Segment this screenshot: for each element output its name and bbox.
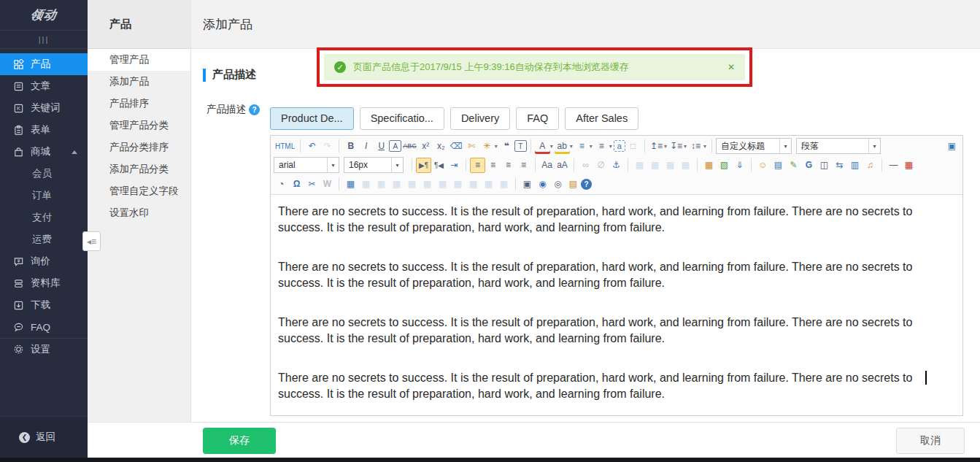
page-break-icon[interactable]: ⇆ bbox=[832, 158, 847, 173]
align-center-icon[interactable]: ≡ bbox=[485, 158, 501, 173]
tab-product-description[interactable]: Product De... bbox=[270, 107, 354, 130]
delete-column-icon[interactable]: ▦ bbox=[435, 177, 450, 192]
editor-content-area[interactable]: There are no secrets to success. It is t… bbox=[271, 195, 962, 418]
merge-right-icon[interactable]: ▦ bbox=[466, 177, 481, 192]
blockquote-icon[interactable]: ❝ bbox=[499, 139, 514, 154]
menu-item-add-product[interactable]: 添加产品 bbox=[88, 71, 190, 93]
subscript-icon[interactable]: x₂ bbox=[433, 139, 449, 154]
sidebar-item-articles[interactable]: 文章 bbox=[0, 75, 88, 97]
sidebar-item-settings[interactable]: 设置 bbox=[0, 338, 88, 360]
sidebar-subitem-members[interactable]: 会员 bbox=[0, 163, 88, 185]
ltr-direction-icon[interactable]: ▶¶ bbox=[416, 158, 431, 173]
custom-title-select[interactable]: 自定义标题 ▾ bbox=[716, 138, 792, 154]
font-color-icon[interactable]: A bbox=[535, 139, 550, 154]
merge-cells-icon[interactable]: ▦ bbox=[450, 177, 466, 192]
dropdown-caret-icon[interactable]: ▾ bbox=[609, 143, 612, 150]
ordered-list-icon[interactable]: ≡ bbox=[574, 139, 590, 154]
dropdown-caret-icon[interactable]: ▾ bbox=[684, 143, 687, 150]
source-code-button[interactable]: HTML bbox=[274, 139, 296, 154]
dropdown-caret-icon[interactable]: ▾ bbox=[570, 143, 573, 150]
sidebar-item-forms[interactable]: 表单 bbox=[0, 119, 88, 141]
uppercase-icon[interactable]: Aa bbox=[539, 158, 555, 173]
sidebar-item-mall[interactable]: 商城 bbox=[0, 141, 88, 163]
scrawl-icon[interactable]: ✎ bbox=[786, 158, 801, 173]
image-float-right-icon[interactable]: ▦ bbox=[663, 158, 678, 173]
preview-icon[interactable]: ◉ bbox=[535, 177, 550, 192]
superscript-icon[interactable]: x² bbox=[418, 139, 433, 154]
preview-monitor-icon[interactable]: ▣ bbox=[944, 139, 960, 154]
paragraph-format-select[interactable]: 段落 ▾ bbox=[796, 138, 881, 154]
multi-image-upload-icon[interactable]: ▧ bbox=[717, 158, 732, 173]
paragraph-spacing-top-icon[interactable]: ↥≡ bbox=[649, 139, 664, 154]
unlink-icon[interactable]: ∅ bbox=[593, 158, 609, 173]
unordered-list-icon[interactable]: ≡ bbox=[594, 139, 609, 154]
dropdown-caret-icon[interactable]: ▾ bbox=[703, 143, 706, 150]
help-icon[interactable]: ? bbox=[249, 104, 260, 115]
sidebar-item-inquiry[interactable]: ¥ 询价 bbox=[0, 250, 88, 272]
select-all-icon[interactable]: a bbox=[614, 140, 625, 152]
save-button[interactable]: 保存 bbox=[203, 428, 276, 454]
merge-down-icon[interactable]: ▦ bbox=[481, 177, 496, 192]
insert-table-icon[interactable]: ▦ bbox=[343, 177, 358, 192]
sidebar-subitem-payment[interactable]: 支付 bbox=[0, 207, 88, 228]
redo-icon[interactable]: ↷ bbox=[320, 139, 335, 154]
screenshot-icon[interactable]: ✂ bbox=[304, 177, 320, 192]
menu-item-custom-fields[interactable]: 管理自定义字段 bbox=[88, 180, 190, 202]
split-cells-icon[interactable]: ▦ bbox=[496, 177, 512, 192]
attachment-icon[interactable]: ⇓ bbox=[732, 158, 747, 173]
insert-iframe-icon[interactable]: ◫ bbox=[817, 158, 832, 173]
paste-plain-icon[interactable]: T bbox=[514, 140, 527, 152]
auto-typeset-icon[interactable]: ✳ bbox=[479, 139, 495, 154]
menu-item-add-category[interactable]: 添加产品分类 bbox=[88, 158, 190, 180]
emotion-icon[interactable]: ☺ bbox=[755, 158, 771, 173]
horizontal-rule-icon[interactable]: — bbox=[886, 158, 901, 173]
align-justify-icon[interactable]: ≡ bbox=[516, 158, 531, 173]
tab-after-sales[interactable]: After Sales bbox=[565, 107, 638, 130]
image-float-left-icon[interactable]: ▦ bbox=[647, 158, 663, 173]
insert-row-icon[interactable]: ▦ bbox=[389, 177, 404, 192]
tab-delivery[interactable]: Delivery bbox=[450, 107, 510, 130]
word-image-icon[interactable]: W bbox=[320, 177, 335, 192]
calendar-icon[interactable]: ▦ bbox=[901, 158, 917, 173]
delete-row-icon[interactable]: ▦ bbox=[404, 177, 420, 192]
font-family-select[interactable]: arial ▾ bbox=[274, 157, 339, 173]
menu-item-manage-products[interactable]: 管理产品 bbox=[88, 49, 190, 71]
rtl-direction-icon[interactable]: ¶◀ bbox=[431, 158, 447, 173]
menu-item-category-sort[interactable]: 产品分类排序 bbox=[88, 136, 190, 158]
sidebar-collapse-control[interactable]: ||| bbox=[0, 31, 88, 49]
font-border-icon[interactable]: A bbox=[389, 140, 401, 152]
paragraph-spacing-bottom-icon[interactable]: ↧≡ bbox=[668, 139, 684, 154]
paste-icon[interactable]: ▤ bbox=[566, 177, 581, 192]
music-icon[interactable]: ♫ bbox=[863, 158, 878, 173]
sidebar-subitem-shipping[interactable]: 运费 bbox=[0, 228, 88, 250]
table-title-icon[interactable]: ▦ bbox=[374, 177, 389, 192]
menu-item-manage-categories[interactable]: 管理产品分类 bbox=[88, 115, 190, 136]
insert-video-icon[interactable]: ▤ bbox=[771, 158, 786, 173]
underline-icon[interactable]: U bbox=[374, 139, 389, 154]
remove-format-icon[interactable]: ✄ bbox=[464, 139, 479, 154]
dropdown-caret-icon[interactable]: ▾ bbox=[664, 143, 667, 150]
close-icon[interactable]: ✕ bbox=[728, 62, 735, 72]
line-height-icon[interactable]: ↕≡ bbox=[688, 139, 703, 154]
delete-table-icon[interactable]: ▦ bbox=[358, 177, 374, 192]
align-left-icon[interactable]: ≡ bbox=[470, 158, 485, 173]
time-icon[interactable]: ◔ bbox=[274, 177, 289, 192]
cancel-button[interactable]: 取消 bbox=[896, 428, 965, 454]
special-chars-icon[interactable]: Ω bbox=[289, 177, 304, 192]
background-color-icon[interactable]: ab bbox=[555, 139, 570, 154]
panel-collapse-button[interactable]: ◂≡ bbox=[82, 231, 101, 251]
insert-image-icon[interactable]: ▦ bbox=[701, 158, 717, 173]
google-map-icon[interactable]: G bbox=[801, 158, 817, 173]
image-float-none-icon[interactable]: ▦ bbox=[632, 158, 647, 173]
font-size-select[interactable]: 16px ▾ bbox=[344, 157, 404, 173]
sidebar-item-faq[interactable]: FAQ bbox=[0, 316, 88, 338]
logo-area[interactable]: 领动 bbox=[0, 0, 88, 31]
insert-column-icon[interactable]: ▦ bbox=[420, 177, 435, 192]
sidebar-item-library[interactable]: 资料库 bbox=[0, 272, 88, 294]
tab-specification[interactable]: Specificatio... bbox=[360, 107, 444, 130]
undo-icon[interactable]: ↶ bbox=[304, 139, 320, 154]
anchor-icon[interactable]: ⚓ bbox=[609, 158, 624, 173]
dropdown-caret-icon[interactable]: ▾ bbox=[495, 143, 498, 150]
bold-icon[interactable]: B bbox=[343, 139, 358, 154]
sidebar-item-keywords[interactable]: K 关键词 bbox=[0, 97, 88, 119]
